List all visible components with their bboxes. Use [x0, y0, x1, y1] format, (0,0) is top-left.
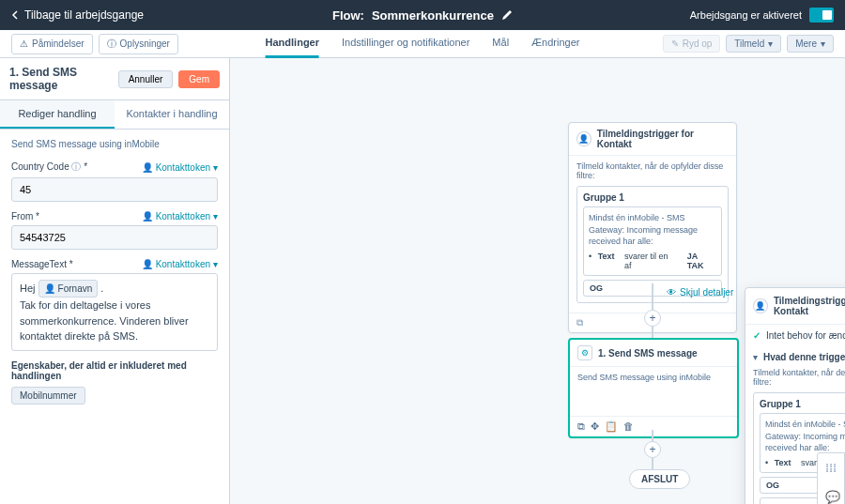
from-label: From *: [11, 211, 39, 221]
back-link[interactable]: Tilbage til arbejdsgange: [11, 8, 144, 22]
status-label: Arbejdsgang er aktiveret: [690, 9, 802, 21]
grid-icon[interactable]: ⁞⁞⁞: [818, 453, 844, 482]
from-input[interactable]: [11, 225, 218, 250]
hide-details-link[interactable]: 👁Skjul detaljer: [667, 287, 733, 298]
trigger-subtitle: Tilmeld kontakter, når de opfylder disse…: [576, 161, 729, 180]
contact-token-link[interactable]: 👤Kontakttoken▾: [142, 211, 218, 221]
check-icon: ✓: [753, 330, 760, 341]
sidebar-title: 1. Send SMS message: [9, 66, 118, 92]
side-tools: ⁞⁞⁞ 💬: [817, 452, 845, 504]
cancel-button[interactable]: Annuller: [118, 70, 174, 88]
trigger-title: Tilmeldingstrigger for Kontakt: [597, 129, 729, 149]
add-step-button[interactable]: +: [644, 310, 661, 327]
end-node: AFSLUT: [629, 469, 690, 489]
chevron-down-icon: ▾: [213, 162, 218, 173]
chevron-left-icon: [11, 10, 19, 20]
filter-intro: Mindst én inMobile - SMS Gateway: Incomi…: [589, 212, 716, 248]
message-textarea[interactable]: Hej 👤Fornavn . Tak for din deltagelse i …: [11, 273, 218, 351]
view-dropdown[interactable]: Tilmeld▾: [726, 35, 781, 53]
clone-icon[interactable]: ⧉: [577, 420, 585, 433]
tab-edit-action[interactable]: Rediger handling: [0, 100, 115, 129]
info-icon: ⓘ: [107, 38, 116, 51]
chevron-down-icon: ▾: [753, 352, 758, 362]
what-does-row[interactable]: ▾Hvad denne trigger gør: [745, 346, 845, 368]
back-label: Tilbage til arbejdsgange: [24, 8, 144, 22]
connector-line: [652, 430, 653, 441]
toggle-knob: [822, 10, 832, 20]
workflow-toggle[interactable]: [809, 8, 834, 23]
tab-goals[interactable]: Mål: [492, 29, 509, 58]
action-desc: Send SMS message using inMobile: [577, 373, 730, 382]
action-description: Send SMS message using inMobile: [11, 139, 218, 149]
connector-line: [652, 458, 653, 469]
reminders-chip[interactable]: ⚠Påmindelser: [11, 34, 93, 54]
edit-icon[interactable]: [501, 9, 513, 21]
clone-icon[interactable]: ⧉: [576, 317, 583, 328]
contact-token-link[interactable]: 👤Kontakttoken▾: [142, 162, 218, 173]
firstname-token[interactable]: 👤Fornavn: [38, 280, 99, 298]
move-icon[interactable]: ✥: [591, 420, 599, 433]
chevron-down-icon: ▾: [821, 38, 825, 49]
popover-title: Tilmeldingstrigger for Kontakt: [774, 296, 845, 316]
country-code-input[interactable]: [11, 177, 218, 202]
canvas: 👤 Tilmeldingstrigger for Kontakt Tilmeld…: [230, 58, 845, 504]
wand-icon: ✎: [671, 38, 679, 49]
tab-contacts-in-action[interactable]: Kontakter i handling: [115, 100, 229, 129]
always-included-label: Egenskaber, der altid er inkluderet med …: [11, 360, 218, 381]
tab-actions[interactable]: Handlinger: [266, 29, 319, 58]
filter-condition: • Text svarer til en af JA TAK: [589, 252, 716, 270]
copy-icon[interactable]: 📋: [605, 420, 618, 433]
contact-trigger-icon: 👤: [576, 131, 592, 146]
warning-icon: ⚠: [20, 38, 28, 49]
toolbar: ⚠Påmindelser ⓘOplysninger Handlinger Ind…: [0, 30, 845, 58]
connector-line: [652, 327, 653, 338]
chat-icon[interactable]: 💬: [818, 482, 844, 504]
user-icon: 👤: [142, 162, 153, 173]
contact-trigger-icon: 👤: [753, 298, 768, 313]
tab-changes[interactable]: Ændringer: [531, 29, 579, 58]
info-chip[interactable]: ⓘOplysninger: [99, 34, 178, 54]
cleanup-button[interactable]: ✎Ryd op: [663, 35, 721, 53]
tab-settings[interactable]: Indstillinger og notifikationer: [342, 29, 469, 58]
help-icon[interactable]: ⓘ: [71, 161, 81, 172]
eye-icon: 👁: [667, 287, 676, 298]
delete-icon[interactable]: 🗑: [623, 420, 634, 433]
top-bar: Tilbage til arbejdsgange Flow: Sommerkon…: [0, 0, 845, 30]
connector-line: [652, 283, 653, 310]
mobile-prop-pill: Mobilnummer: [11, 387, 85, 405]
group-title: Gruppe 1: [583, 192, 722, 203]
chevron-down-icon: ▾: [213, 211, 218, 221]
main-tabs: Handlinger Indstillinger og notifikation…: [266, 29, 580, 58]
top-right: Arbejdsgang er aktiveret: [690, 8, 834, 23]
contact-token-link[interactable]: 👤Kontakttoken▾: [142, 259, 218, 269]
user-icon: 👤: [142, 259, 153, 269]
country-code-label: Country Code ⓘ *: [11, 160, 87, 174]
action-icon: ⚙: [577, 345, 592, 360]
action-title: 1. Send SMS message: [598, 348, 698, 359]
user-icon: 👤: [44, 282, 55, 296]
user-icon: 👤: [142, 211, 153, 221]
add-step-button[interactable]: +: [644, 441, 661, 458]
page-title: Flow: Sommerkonkurrence: [332, 8, 513, 23]
chevron-down-icon: ▾: [768, 38, 773, 49]
action-node[interactable]: ⚙ 1. Send SMS message Send SMS message u…: [568, 338, 739, 438]
sidebar: 1. Send SMS message Annuller Gem Rediger…: [0, 58, 230, 504]
no-changes-row: ✓Intet behov for ændringer: [745, 325, 845, 346]
more-dropdown[interactable]: Mere▾: [787, 35, 834, 53]
message-label: MessageText *: [11, 259, 73, 269]
chevron-down-icon: ▾: [213, 259, 218, 269]
save-button[interactable]: Gem: [178, 70, 220, 88]
